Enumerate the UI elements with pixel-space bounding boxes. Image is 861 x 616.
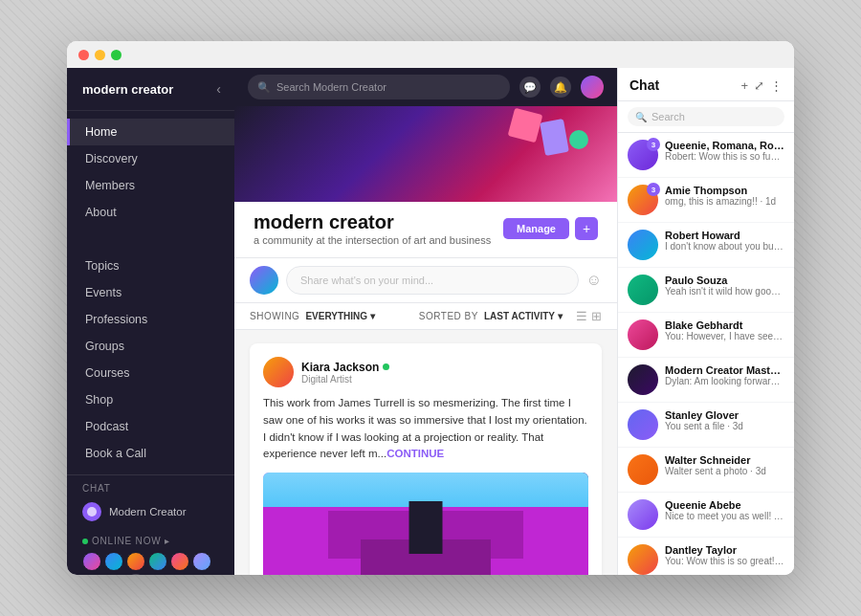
view-icons: ☰ ⊞ — [576, 309, 602, 323]
chat-item-name-3: Paulo Souza — [665, 275, 784, 286]
chat-item-preview-8: Nice to meet you as well! Thanks a... · … — [665, 511, 784, 521]
search-icon: 🔍 — [257, 81, 271, 94]
chat-avatar-5 — [628, 364, 658, 395]
sidebar-item-about[interactable]: About — [67, 199, 234, 226]
chat-item[interactable]: Robert Howard I don't know about you but… — [618, 223, 794, 268]
showing-select[interactable]: EVERYTHING ▾ — [305, 311, 375, 321]
chat-item-name-7: Walter Schneider — [665, 454, 784, 466]
user-avatar[interactable] — [581, 76, 604, 99]
sorted-select[interactable]: LAST ACTIVITY ▾ — [484, 311, 563, 321]
community-info: modern creator a community at the inters… — [254, 211, 491, 246]
sidebar-header: modern creator ‹ — [67, 68, 234, 111]
chat-item-name-1: Amie Thompson — [665, 185, 784, 196]
unread-badge-0: 3 — [647, 138, 660, 151]
chat-item-preview-6: You sent a file · 3d — [665, 421, 784, 431]
main-content: 🔍 Search Modern Creator 💬 🔔 — [234, 68, 617, 575]
chat-avatar-img-6 — [628, 409, 658, 440]
bell-icon[interactable]: 🔔 — [550, 77, 571, 98]
online-label: ONLINE NOW ▸ — [82, 536, 219, 546]
sorted-label: SORTED BY — [419, 311, 478, 321]
list-view-icon[interactable]: ☰ — [576, 309, 587, 323]
app-layout: modern creator ‹ Home Discovery Members … — [67, 68, 794, 575]
chat-header: Chat + ⤢ ⋮ — [618, 68, 794, 101]
sidebar-item-professions[interactable]: Professions — [67, 306, 234, 333]
chat-item[interactable]: Queenie Abebe Nice to meet you as well! … — [618, 493, 794, 538]
emoji-button[interactable]: ☺ — [586, 272, 602, 289]
chat-more-icon[interactable]: ⋮ — [770, 78, 783, 93]
online-avatar-4 — [148, 552, 167, 571]
chat-item-body-3: Paulo Souza Yeah isn't it wild how good … — [665, 275, 784, 297]
chat-item-body-4: Blake Gebhardt You: However, I have seen… — [665, 319, 784, 341]
chat-avatar-1: 3 — [628, 185, 658, 215]
chat-avatar-img-9 — [628, 544, 658, 575]
community-banner — [234, 106, 617, 202]
chat-item-name-0: Queenie, Romana, Robert — [665, 140, 784, 151]
poster-avatar — [263, 357, 294, 387]
chat-item-body-0: Queenie, Romana, Robert Robert: Wow this… — [665, 140, 784, 162]
post-header: Kiara Jackson Digital Artist — [263, 357, 588, 387]
chat-item[interactable]: Paulo Souza Yeah isn't it wild how good … — [618, 268, 794, 313]
chat-item[interactable]: Walter Schneider Walter sent a photo · 3… — [618, 448, 794, 493]
poster-name: Kiara Jackson — [301, 361, 389, 374]
chat-item-preview-1: omg, this is amazing!! · 1d — [665, 196, 784, 207]
chat-avatar-img-7 — [628, 454, 658, 485]
chat-item[interactable]: Blake Gebhardt You: However, I have seen… — [618, 313, 794, 358]
sidebar-item-courses[interactable]: Courses — [67, 360, 234, 386]
search-bar[interactable]: 🔍 Search Modern Creator — [248, 75, 510, 99]
chat-item-body-6: Stanley Glover You sent a file · 3d — [665, 409, 784, 431]
sidebar-chat-name: Modern Creator — [109, 506, 187, 517]
chat-item[interactable]: Modern Creator Mastermind Group Dylan: A… — [618, 358, 794, 403]
chat-item-body-9: Dantley Taylor You: Wow this is so great… — [665, 544, 784, 566]
post-continue[interactable]: CONTINUE — [386, 448, 444, 459]
sidebar-item-events[interactable]: Events — [67, 279, 234, 306]
chat-item-preview-0: Robert: Wow this is so fun! · Just now — [665, 151, 784, 162]
sidebar-item-members[interactable]: Members — [67, 172, 234, 199]
manage-button[interactable]: Manage — [503, 218, 569, 239]
chat-item[interactable]: Dantley Taylor You: Wow this is so great… — [618, 538, 794, 575]
sidebar-item-book-call[interactable]: Book a Call — [67, 440, 234, 467]
banner-shape-2 — [540, 119, 569, 156]
chat-item[interactable]: 3 Amie Thompson omg, this is amazing!! ·… — [618, 178, 794, 223]
chat-item-body-7: Walter Schneider Walter sent a photo · 3… — [665, 454, 784, 476]
close-dot[interactable] — [78, 50, 89, 60]
maximize-dot[interactable] — [111, 50, 121, 60]
grid-view-icon[interactable]: ⊞ — [591, 309, 602, 323]
chat-search-input[interactable]: 🔍 Search — [628, 107, 784, 126]
post-input-area: Share what's on your mind... ☺ — [234, 258, 617, 303]
chat-item-preview-3: Yeah isn't it wild how good some... · 1d — [665, 286, 784, 297]
sidebar-item-shop[interactable]: Shop — [67, 386, 234, 413]
banner-shape-1 — [508, 108, 543, 143]
chat-item-body-1: Amie Thompson omg, this is amazing!! · 1… — [665, 185, 784, 207]
sidebar-online-section: ONLINE NOW ▸ … — [67, 532, 234, 575]
chat-item[interactable]: Stanley Glover You sent a file · 3d — [618, 403, 794, 448]
sidebar-collapse-icon[interactable]: ‹ — [216, 81, 221, 97]
minimize-dot[interactable] — [95, 50, 105, 60]
post-feed: Kiara Jackson Digital Artist This work f… — [234, 330, 617, 575]
chat-avatar-7 — [628, 454, 658, 485]
chat-icon[interactable]: 💬 — [519, 77, 541, 98]
online-avatar-2 — [104, 552, 123, 571]
chat-item[interactable]: 3 Queenie, Romana, Robert Robert: Wow th… — [618, 133, 794, 178]
sidebar-item-topics[interactable]: Topics — [67, 253, 234, 279]
sidebar-item-home[interactable]: Home — [67, 119, 234, 145]
sidebar-item-podcast[interactable]: Podcast — [67, 413, 234, 440]
chat-item-body-2: Robert Howard I don't know about you but… — [665, 230, 784, 252]
svg-point-0 — [87, 507, 97, 517]
chat-item-name-4: Blake Gebhardt — [665, 319, 784, 331]
chat-expand-icon[interactable]: ⤢ — [754, 78, 764, 93]
chat-item-name-5: Modern Creator Mastermind Group — [665, 364, 784, 376]
chat-title: Chat — [629, 77, 740, 93]
post-input[interactable]: Share what's on your mind... — [286, 266, 579, 295]
plus-button[interactable]: + — [575, 217, 598, 240]
chat-avatar-6 — [628, 409, 658, 440]
sidebar-chat-modern-creator[interactable]: Modern Creator — [67, 497, 234, 526]
sidebar-chat-section: CHAT Modern Creator — [67, 474, 234, 532]
banner-decorative — [511, 111, 588, 154]
search-input[interactable]: Search Modern Creator — [276, 81, 386, 93]
sidebar-secondary-nav: Topics Events Professions Groups Courses… — [67, 245, 234, 474]
chat-item-name-2: Robert Howard — [665, 230, 784, 241]
chat-new-icon[interactable]: + — [740, 78, 748, 93]
sidebar-item-groups[interactable]: Groups — [67, 333, 234, 360]
chevron-down-icon: ▾ — [370, 311, 375, 321]
sidebar-item-discovery[interactable]: Discovery — [67, 145, 234, 172]
